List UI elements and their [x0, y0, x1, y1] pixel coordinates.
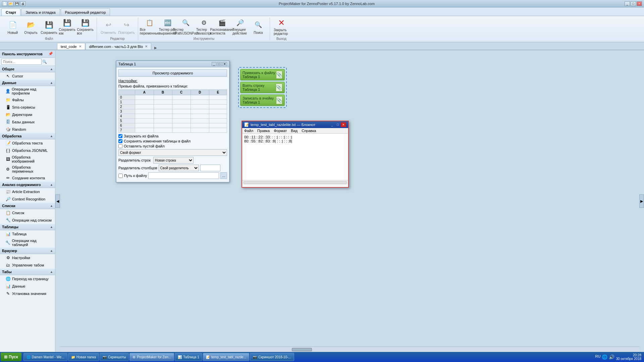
action-block-bind-file[interactable]: Привязать к файлу Таблица 1 📎	[240, 69, 285, 80]
notepad-menu-format[interactable]: Формат	[274, 129, 287, 133]
sidebar-item-content-create[interactable]: ✏ Создание контента	[0, 174, 55, 182]
table-cell[interactable]	[135, 119, 154, 123]
redo-button[interactable]: ↪ Повторить	[118, 17, 135, 36]
table-cell[interactable]	[172, 105, 191, 109]
table-cell[interactable]	[135, 123, 154, 128]
start-button[interactable]: ⊞ Пуск	[1, 353, 21, 361]
sidebar-item-list[interactable]: 📋 Список	[0, 209, 55, 217]
notepad-close-btn[interactable]: ✕	[341, 122, 346, 127]
table-cell[interactable]	[135, 128, 154, 133]
sidebar-item-set-value[interactable]: ✎ Установка значения	[0, 290, 55, 297]
action-block-write-cell[interactable]: Записать в ячейку Таблица 1 📎	[240, 95, 285, 106]
table-cell[interactable]	[209, 128, 227, 133]
sidebar-collapse-btn[interactable]: ◀	[55, 194, 60, 208]
table-cell[interactable]	[172, 100, 191, 105]
table-cell[interactable]	[172, 123, 191, 128]
tray-icon-volume[interactable]: 🔊	[609, 354, 614, 360]
sidebar-item-list-ops[interactable]: 🔧 Операции над списком	[0, 217, 55, 224]
sidebar-item-var-processing[interactable]: ⚙ Обработка переменных	[0, 164, 55, 174]
sidebar-section-browser[interactable]: Браузер ▲	[0, 248, 55, 254]
table-cell[interactable]	[191, 109, 209, 114]
undo-button[interactable]: ↩ Отменить	[100, 17, 117, 36]
save-changes-checkbox[interactable]	[118, 139, 122, 143]
sidebar-section-processing[interactable]: Обработка ▲	[0, 133, 55, 139]
canvas-scroll-right[interactable]: ▶	[639, 194, 644, 208]
table-cell[interactable]	[172, 119, 191, 123]
table-cell[interactable]	[209, 119, 227, 123]
sidebar-item-text-processing[interactable]: 📝 Обработка текста	[0, 139, 55, 147]
taskbar-item-4[interactable]: 📊 Таблица 1	[175, 353, 202, 361]
load-from-file-checkbox[interactable]	[118, 134, 122, 138]
tab-start[interactable]: Старт	[1, 8, 20, 16]
table-cell[interactable]	[135, 100, 154, 105]
table-cell[interactable]	[172, 128, 191, 133]
notepad-menu-file[interactable]: Файл	[244, 129, 253, 133]
sidebar-item-sms[interactable]: 📱 Sms-сервисы	[0, 104, 55, 111]
format-select[interactable]: Свой формат	[118, 149, 227, 156]
current-action-button[interactable]: 🔎 Текущее действие	[231, 17, 249, 36]
tray-icon-network[interactable]: 🌐	[602, 354, 607, 360]
sidebar-section-tabs[interactable]: Табы ▲	[0, 269, 55, 275]
view-contents-btn[interactable]: Просмотр содержимого	[118, 69, 227, 77]
table-cell[interactable]	[154, 123, 172, 128]
doc-tab-differsee[interactable]: differsee.com - часть1-3 для Blo ✕	[86, 43, 151, 50]
taskbar-item-1[interactable]: 📁 Новая папка	[68, 353, 99, 361]
leave-empty-checkbox[interactable]	[118, 144, 122, 148]
search-button[interactable]: 🔍 Поиск	[250, 17, 267, 36]
widget-close-btn[interactable]: ✕	[222, 62, 227, 66]
table-cell[interactable]	[154, 100, 172, 105]
save-all-button[interactable]: 💾 Сохранить все	[76, 17, 94, 36]
sidebar-item-context-recognition[interactable]: 🔎 Context Recognition	[0, 195, 55, 203]
path-browse-btn[interactable]: …	[220, 172, 227, 179]
notepad-minimize-btn[interactable]: _	[329, 122, 335, 127]
close-editor-button[interactable]: ✕ Закрыть редактор	[273, 17, 290, 36]
sidebar-section-data[interactable]: Данные ▲	[0, 80, 55, 86]
doc-tab-testcode[interactable]: test_code ✕	[57, 43, 85, 50]
taskbar-item-0[interactable]: 🌐 Damen Mantel - We...	[23, 353, 67, 361]
table-cell[interactable]	[135, 114, 154, 119]
path-checkbox[interactable]	[118, 174, 123, 178]
table-cell[interactable]	[172, 114, 191, 119]
taskbar-item-3[interactable]: ⚙ ProjectMaker for Zen...	[129, 353, 174, 361]
table-cell[interactable]	[135, 105, 154, 109]
tab-advanced[interactable]: Расширенный редактор	[61, 8, 110, 16]
sidebar-item-table[interactable]: 📊 Таблица	[0, 230, 55, 238]
table-cell[interactable]	[154, 119, 172, 123]
table-cell[interactable]	[191, 114, 209, 119]
sidebar-search-input[interactable]	[1, 59, 42, 65]
canvas-area[interactable]: ◀ Таблица 1 _ □ ✕ Просмотр содержимого Н…	[55, 50, 644, 352]
tester-xpath-button[interactable]: 🔍 Тестер XPath/JSONPath	[177, 17, 195, 36]
table-cell[interactable]	[154, 95, 172, 100]
table-cell[interactable]	[209, 95, 227, 100]
open-button[interactable]: 📂 Открыть	[22, 17, 40, 36]
notepad-scrollbar[interactable]	[242, 180, 348, 185]
sidebar-item-json-processing[interactable]: { } Обработка JSON/ML	[0, 147, 55, 154]
sidebar-item-tab-data[interactable]: 📊 Данные	[0, 283, 55, 290]
toolbar-icon-misc1[interactable]: 🖨	[20, 1, 25, 6]
sidebar-item-table-ops[interactable]: 🔧 Операции над таблицей	[0, 238, 55, 248]
table-cell[interactable]	[209, 105, 227, 109]
recognizer-button[interactable]: 🎬 Распознавание контекста	[213, 17, 231, 36]
all-vars-button[interactable]: 📋 Все переменные	[141, 17, 158, 36]
sidebar-section-obshee[interactable]: Общее ▲	[0, 66, 55, 72]
table-cell[interactable]	[209, 109, 227, 114]
table-cell[interactable]	[154, 105, 172, 109]
doc-tab-scroll-right[interactable]: ▶	[154, 46, 157, 50]
table-cell[interactable]	[135, 95, 154, 100]
action-block-get-row[interactable]: Взять строку Таблица 1 📎	[240, 82, 285, 93]
path-input[interactable]	[148, 172, 219, 179]
taskbar-item-6[interactable]: 📷 Скриншот 2018-10-...	[250, 353, 294, 361]
tab-record[interactable]: Запись и отладка	[21, 8, 60, 16]
doc-tab-differsee-close[interactable]: ✕	[145, 45, 148, 48]
new-button[interactable]: 📄 Новый	[4, 17, 21, 36]
sidebar-section-lists[interactable]: Списки ▲	[0, 203, 55, 209]
table-cell[interactable]	[209, 100, 227, 105]
notepad-maximize-btn[interactable]: □	[335, 122, 340, 127]
table-cell[interactable]	[191, 95, 209, 100]
table-cell[interactable]	[154, 114, 172, 119]
table-cell[interactable]	[191, 128, 209, 133]
sidebar-item-files[interactable]: 📁 Файлы	[0, 96, 55, 104]
taskbar-item-2[interactable]: 📷 Скриншоты	[100, 353, 129, 361]
sidebar-item-cursor[interactable]: ↖ Cursor	[0, 72, 55, 80]
table-cell[interactable]	[135, 109, 154, 114]
